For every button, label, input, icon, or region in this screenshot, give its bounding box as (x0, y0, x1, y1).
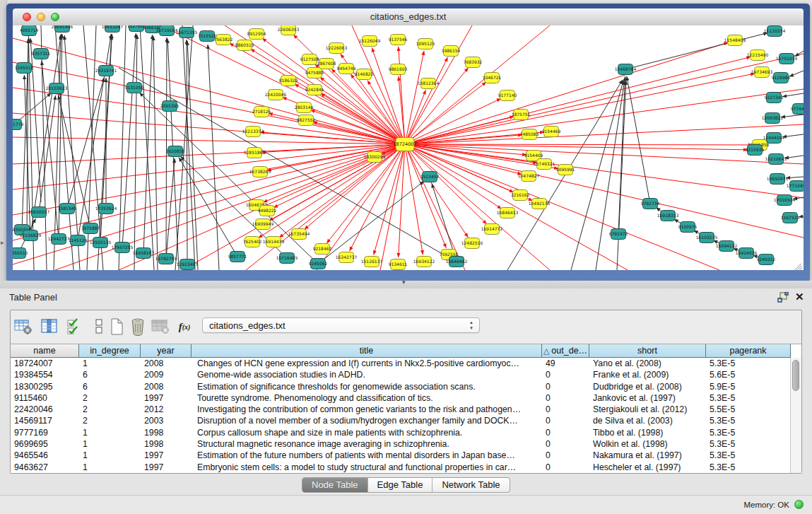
cell-out_degree[interactable]: 0 (542, 392, 589, 404)
cell-pagerank[interactable]: 5.3E-5 (706, 450, 791, 461)
function-builder-icon[interactable]: f(x) (175, 317, 194, 337)
cell-pagerank[interactable]: 5.3E-5 (706, 427, 791, 438)
cell-out_degree[interactable]: 0 (542, 438, 589, 450)
select-columns-icon[interactable] (64, 317, 84, 337)
cell-year[interactable]: 2008 (141, 381, 192, 392)
cell-year[interactable]: 1997 (141, 462, 192, 473)
cell-pagerank[interactable]: 5.3E-5 (706, 462, 791, 473)
cell-title[interactable]: Estimation of significance thresholds fo… (192, 381, 542, 392)
cell-in_degree[interactable]: 1 (79, 438, 141, 450)
cell-in_degree[interactable]: 1 (79, 358, 141, 369)
cell-name[interactable]: 9465546 (11, 450, 79, 461)
cell-in_degree[interactable]: 2 (79, 392, 141, 404)
cell-year[interactable]: 2012 (141, 404, 192, 415)
cell-out_degree[interactable]: 0 (542, 415, 589, 426)
cell-title[interactable]: Corpus callosum shape and size in male p… (192, 427, 542, 438)
column-header-pagerank[interactable]: pagerank (706, 344, 791, 358)
column-header-year[interactable]: year (141, 344, 192, 358)
cell-out_degree[interactable]: 49 (542, 358, 589, 369)
network-canvas[interactable]: 1872400715126049122260639127508818632822… (13, 25, 804, 270)
cell-out_degree[interactable]: 0 (542, 427, 589, 438)
cell-year[interactable]: 1998 (141, 427, 192, 438)
column-header-out-degree[interactable]: △out_de… (542, 344, 589, 358)
tab-node-table[interactable]: Node Table (302, 478, 368, 492)
table-row[interactable]: 2242004622012Investigating the contribut… (11, 404, 791, 415)
cell-name[interactable]: 19384554 (11, 369, 79, 380)
cell-title[interactable]: Tourette syndrome. Phenomenology and cla… (192, 392, 542, 404)
table-row[interactable]: 946554611997Estimation of the future num… (11, 450, 791, 461)
cell-title[interactable]: Disruption of a novel member of a sodium… (192, 415, 542, 426)
cell-pagerank[interactable]: 5.3E-5 (706, 358, 791, 369)
cell-in_degree[interactable]: 6 (79, 369, 141, 380)
table-vertical-scrollbar[interactable] (790, 358, 801, 473)
table-settings-icon[interactable] (13, 317, 33, 337)
canvas-resize-grip[interactable] (793, 259, 803, 269)
network-view-window[interactable]: citations_edges.txt 18724007151260491222… (6, 4, 810, 281)
cell-pagerank[interactable]: 5.6E-5 (706, 369, 791, 380)
panel-expand-arrow-icon[interactable]: ▸ (1, 239, 4, 246)
cell-name[interactable]: 22420046 (11, 404, 79, 415)
cell-out_degree[interactable]: 0 (542, 381, 589, 392)
close-panel-icon[interactable]: ✕ (795, 291, 804, 303)
cell-out_degree[interactable]: 0 (542, 462, 589, 473)
tab-edge-table[interactable]: Edge Table (368, 478, 433, 492)
cell-pagerank[interactable]: 5.3E-5 (706, 438, 791, 450)
cell-short[interactable]: Hescheler et al. (1997) (589, 462, 706, 473)
float-panel-icon[interactable] (776, 292, 789, 303)
window-titlebar[interactable]: citations_edges.txt (13, 8, 804, 26)
cell-pagerank[interactable]: 5.9E-5 (706, 381, 791, 392)
cell-in_degree[interactable]: 2 (79, 404, 141, 415)
cell-year[interactable]: 2008 (141, 358, 192, 369)
cell-short[interactable]: Franke et al. (2009) (589, 369, 706, 380)
cell-year[interactable]: 1998 (141, 438, 192, 450)
table-row[interactable]: 1830029562008Estimation of significance … (11, 381, 791, 392)
cell-short[interactable]: Dudbridge et al. (2008) (589, 381, 706, 392)
table-row[interactable]: 946362711997Embryonic stem cells: a mode… (11, 462, 791, 473)
cell-in_degree[interactable]: 1 (79, 462, 141, 473)
cell-title[interactable]: Embryonic stem cells: a model to study s… (192, 462, 542, 473)
tab-network-table[interactable]: Network Table (433, 478, 509, 492)
cell-pagerank[interactable]: 5.3E-5 (706, 392, 791, 404)
horizontal-splitter[interactable]: ▾ (0, 281, 812, 288)
splitter-handle-icon[interactable]: ▾ (402, 279, 406, 286)
cell-short[interactable]: Yano et al. (2008) (589, 358, 706, 369)
cell-short[interactable]: Jankovic et al. (1997) (589, 392, 706, 404)
cell-year[interactable]: 2009 (141, 369, 192, 380)
cell-name[interactable]: 9463627 (11, 462, 79, 473)
citation-network-graph[interactable]: 1872400715126049122260639127508818632822… (13, 25, 804, 270)
cell-name[interactable]: 18724007 (11, 358, 79, 369)
cell-out_degree[interactable]: 0 (542, 369, 589, 380)
table-row[interactable]: 1872400712008Changes of HCN gene express… (11, 358, 791, 369)
cell-in_degree[interactable]: 2 (79, 415, 141, 426)
cell-in_degree[interactable]: 1 (79, 427, 141, 438)
cell-year[interactable]: 1997 (141, 392, 192, 404)
cell-short[interactable]: Tibbo et al. (1998) (589, 427, 706, 438)
cell-short[interactable]: Stergiakouli et al. (2012) (589, 404, 706, 415)
create-column-icon[interactable] (107, 317, 126, 337)
column-header-short[interactable]: short (589, 344, 706, 358)
delete-column-icon[interactable] (128, 317, 148, 337)
column-visibility-icon[interactable] (40, 317, 59, 337)
cell-short[interactable]: Wolkin et al. (1998) (589, 438, 706, 450)
column-header-in-degree[interactable]: in_degree (79, 344, 141, 358)
table-row[interactable]: 969969511998Structural magnetic resonanc… (11, 438, 791, 450)
cell-short[interactable]: Nakamura et al. (1997) (589, 450, 706, 461)
cell-year[interactable]: 2003 (141, 415, 192, 426)
cell-year[interactable]: 1997 (141, 450, 192, 461)
table-row[interactable]: 911546021997Tourette syndrome. Phenomeno… (11, 392, 791, 404)
cell-title[interactable]: Investigating the contribution of common… (192, 404, 542, 415)
cell-pagerank[interactable]: 5.3E-5 (706, 415, 791, 426)
cell-name[interactable]: 14569117 (11, 415, 79, 426)
cell-short[interactable]: de Silva et al. (2003) (589, 415, 706, 426)
cell-name[interactable]: 9777169 (11, 427, 79, 438)
cell-in_degree[interactable]: 6 (79, 381, 141, 392)
cell-title[interactable]: Changes of HCN gene expression and I(f) … (192, 358, 542, 369)
cell-title[interactable]: Genome-wide association studies in ADHD. (192, 369, 542, 380)
table-row[interactable]: 1456911722003Disruption of a novel membe… (11, 415, 791, 426)
column-header-name[interactable]: name (11, 344, 79, 358)
cell-title[interactable]: Estimation of the future numbers of pati… (192, 450, 542, 461)
cell-title[interactable]: Structural magnetic resonance image aver… (192, 438, 542, 450)
table-row[interactable]: 1938455462009Genome-wide association stu… (11, 369, 791, 380)
cell-out_degree[interactable]: 0 (542, 404, 589, 415)
cell-name[interactable]: 18300295 (11, 381, 79, 392)
